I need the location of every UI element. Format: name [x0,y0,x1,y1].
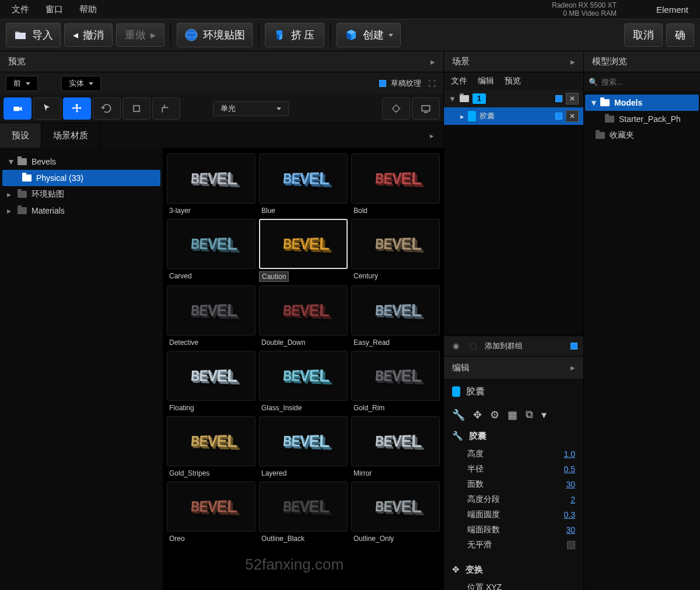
preset-label: Floating [167,403,256,413]
link-icon[interactable]: ⬚ [467,340,479,352]
prop-nosmooth[interactable]: 无平滑 [444,537,583,553]
property-value[interactable]: 30 [566,480,575,489]
rotate-tool[interactable] [93,97,121,120]
sphere-icon[interactable]: ◉ [450,340,461,352]
move-icon[interactable]: ✥ [473,409,482,421]
scene-edit-menu[interactable]: 编辑 [478,76,494,86]
preset-thumb[interactable]: BEVELGlass_Inside [259,351,348,413]
tree-bevels[interactable]: ▼Bevels [2,153,160,170]
search-input[interactable] [601,78,699,86]
models-root[interactable]: ▼Models [585,95,699,111]
create-button[interactable]: 创建 [337,23,401,47]
capsule-delete[interactable]: ✕ [566,110,579,122]
section-transform[interactable]: ✥变换 [444,560,583,580]
preset-thumb[interactable]: BEVELCarved [167,219,256,282]
envmap-button[interactable]: 环境贴图 [177,23,253,47]
model-panel-header: 模型浏览 [584,51,700,72]
camera-tool[interactable] [4,97,32,120]
scene-file-menu[interactable]: 文件 [451,76,467,86]
more-icon[interactable]: ▾ [541,409,547,421]
preset-thumb[interactable]: BEVEL3-layer [167,153,256,215]
tree-materials[interactable]: ▸Materials [2,203,160,219]
models-fav[interactable]: 收藏夹 [585,127,699,144]
menu-file[interactable]: 文件 [12,4,29,15]
view-dropdown[interactable]: 前 [6,76,38,91]
menu-help[interactable]: 帮助 [79,4,97,15]
preset-label: Outline_Black [259,534,348,543]
chevron-down-icon [388,34,393,37]
redo-button[interactable]: 重做 ▸ [116,23,164,47]
tab-material[interactable]: 场景材质 [41,123,100,148]
preset-thumb[interactable]: BEVELDouble_Down [259,285,348,347]
property-value[interactable]: 2 [570,495,575,504]
draft-label: 草稿纹理 [391,78,421,89]
add-to-group-label: 添加到群组 [485,341,523,351]
mode-dropdown[interactable]: 实体 [61,76,101,91]
property-value[interactable]: 1.0 [564,449,575,459]
gear-icon[interactable]: ⚙ [490,409,499,421]
preset-thumb[interactable]: BEVELMirror [351,416,440,478]
preset-thumb[interactable]: BEVELGold_Stripes [167,416,256,478]
preset-thumb[interactable]: BEVELBold [351,153,440,215]
capsule-visible[interactable] [555,113,562,120]
property-value[interactable]: 0.5 [564,465,575,474]
scene-group-row[interactable]: ▼ 1 ✕ [444,90,583,107]
cube-icon [344,28,358,42]
scene-capsule-row[interactable]: ▸ 胶囊 ✕ [444,107,583,125]
property-row[interactable]: 高度1.0 [444,446,583,462]
scene-view-menu[interactable]: 预览 [505,76,521,86]
preset-thumb[interactable]: BEVELCaution [259,219,348,282]
wrench-icon[interactable]: 🔧 [452,409,465,421]
chevron-right-icon[interactable]: ▸ [570,362,575,373]
preset-thumb[interactable]: BEVELOutline_Black [259,481,348,543]
preset-thumb[interactable]: BEVELFloating [167,351,256,413]
cancel-button[interactable]: 取消 [624,23,663,47]
preset-thumb[interactable]: BEVELLayered [259,416,348,478]
edit-object-name: 胶囊 [444,380,583,404]
property-row[interactable]: 半径0.5 [444,462,583,477]
anchor-tool[interactable] [152,97,180,120]
fullscreen-icon[interactable]: ⛶ [426,78,438,89]
models-starter[interactable]: Starter_Pack_Ph [585,111,699,127]
tree-envmap[interactable]: ▸环境贴图 [2,186,160,203]
checker-icon[interactable]: ▦ [508,409,517,421]
select-tool[interactable] [33,97,61,120]
search-icon: 🔍 [589,78,598,86]
group-delete[interactable]: ✕ [566,93,579,104]
property-row[interactable]: 端面段数30 [444,522,583,537]
preset-thumb[interactable]: BEVELOutline_Only [351,481,440,543]
tree-physical[interactable]: Physical (33) [2,170,160,186]
import-button[interactable]: 导入 [6,23,61,47]
undo-button[interactable]: ◂ 撤消 [64,23,113,47]
chevron-right-icon[interactable]: ▸ [570,57,575,67]
chevron-right-icon[interactable]: ▸ [421,123,443,148]
preset-thumb[interactable]: BEVELCentury [351,219,440,282]
property-row[interactable]: 高度分段2 [444,492,583,507]
preset-thumb[interactable]: BEVELOreo [167,481,256,543]
section-capsule[interactable]: 🔧胶囊 [444,426,583,446]
chevron-right-icon[interactable]: ▸ [430,57,435,67]
display-tool[interactable] [412,97,440,120]
menu-window[interactable]: 窗口 [46,4,63,15]
prop-position[interactable]: 位置 XYZ [444,580,583,591]
property-value[interactable]: 0.3 [564,510,575,519]
tab-preset[interactable]: 预设 [0,123,41,148]
addgroup-check[interactable] [570,343,578,350]
preset-thumb[interactable]: BEVELBlue [259,153,348,215]
property-row[interactable]: 端面圆度0.3 [444,507,583,522]
layers-icon[interactable]: ⧉ [526,409,533,421]
draft-checkbox[interactable] [379,80,386,87]
preset-thumb[interactable]: BEVELGold_Rim [351,351,440,413]
target-tool[interactable] [382,97,410,120]
light-dropdown[interactable]: 单光 [213,101,289,116]
preset-thumb[interactable]: BEVELEasy_Read [351,285,440,347]
property-value[interactable]: 30 [566,525,575,535]
scale-tool[interactable] [123,97,150,120]
group-visible[interactable] [555,95,562,102]
extrude-button[interactable]: 挤压 [265,23,324,47]
preset-thumb[interactable]: BEVELDetective [167,285,256,347]
property-row[interactable]: 面数30 [444,477,583,492]
ok-button[interactable]: 确 [666,23,694,47]
move-tool[interactable] [63,97,91,120]
preset-label: Gold_Stripes [167,469,256,478]
